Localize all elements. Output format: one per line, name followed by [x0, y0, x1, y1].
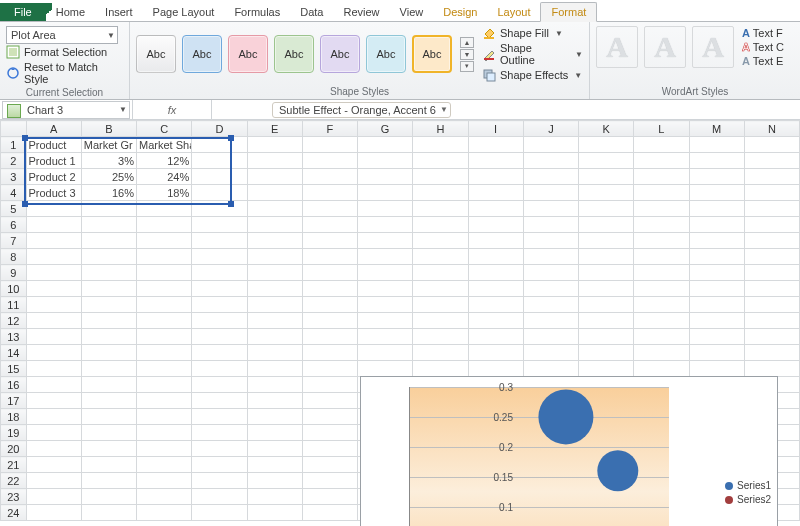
cell-C18[interactable]: [137, 409, 192, 425]
cell-D17[interactable]: [192, 393, 247, 409]
cell-C21[interactable]: [137, 457, 192, 473]
cell-B9[interactable]: [81, 265, 136, 281]
tab-format[interactable]: Format: [540, 2, 597, 22]
cell-H9[interactable]: [413, 265, 468, 281]
cell-A6[interactable]: [26, 217, 81, 233]
col-header-C[interactable]: C: [137, 121, 192, 137]
cell-I6[interactable]: [468, 217, 523, 233]
row-header-16[interactable]: 16: [1, 377, 27, 393]
cell-K10[interactable]: [579, 281, 634, 297]
cell-J3[interactable]: [523, 169, 578, 185]
cell-D12[interactable]: [192, 313, 247, 329]
cell-C5[interactable]: [137, 201, 192, 217]
shape-style-preset-6[interactable]: Abc: [366, 35, 406, 73]
cell-B12[interactable]: [81, 313, 136, 329]
cell-H1[interactable]: [413, 137, 468, 153]
row-header-17[interactable]: 17: [1, 393, 27, 409]
cell-L12[interactable]: [634, 313, 689, 329]
shape-style-preset-1[interactable]: Abc: [136, 35, 176, 73]
cell-I7[interactable]: [468, 233, 523, 249]
shape-style-preset-2[interactable]: Abc: [182, 35, 222, 73]
cell-J13[interactable]: [523, 329, 578, 345]
cell-A24[interactable]: [26, 505, 81, 521]
cell-C10[interactable]: [137, 281, 192, 297]
cell-K3[interactable]: [579, 169, 634, 185]
cell-F5[interactable]: [302, 201, 357, 217]
cell-K5[interactable]: [579, 201, 634, 217]
cell-B1[interactable]: Market Gr: [81, 137, 136, 153]
cell-L5[interactable]: [634, 201, 689, 217]
cell-E22[interactable]: [247, 473, 302, 489]
shape-style-preset-3[interactable]: Abc: [228, 35, 268, 73]
shape-fill-button[interactable]: Shape Fill ▼: [482, 26, 583, 40]
cell-G4[interactable]: [358, 185, 413, 201]
cell-C22[interactable]: [137, 473, 192, 489]
cell-D15[interactable]: [192, 361, 247, 377]
cell-J1[interactable]: [523, 137, 578, 153]
cell-H7[interactable]: [413, 233, 468, 249]
cell-N9[interactable]: [744, 265, 799, 281]
cell-L2[interactable]: [634, 153, 689, 169]
cell-J8[interactable]: [523, 249, 578, 265]
cell-A19[interactable]: [26, 425, 81, 441]
cell-H14[interactable]: [413, 345, 468, 361]
cell-M2[interactable]: [689, 153, 744, 169]
cell-H12[interactable]: [413, 313, 468, 329]
cell-M12[interactable]: [689, 313, 744, 329]
cell-A16[interactable]: [26, 377, 81, 393]
cell-D10[interactable]: [192, 281, 247, 297]
cell-B17[interactable]: [81, 393, 136, 409]
cell-A20[interactable]: [26, 441, 81, 457]
tab-layout[interactable]: Layout: [487, 3, 540, 21]
cell-B4[interactable]: 16%: [81, 185, 136, 201]
text-fill-button[interactable]: A Text F: [742, 27, 784, 39]
cell-I10[interactable]: [468, 281, 523, 297]
cell-J10[interactable]: [523, 281, 578, 297]
cell-D1[interactable]: [192, 137, 247, 153]
cell-L8[interactable]: [634, 249, 689, 265]
cell-E9[interactable]: [247, 265, 302, 281]
cell-G1[interactable]: [358, 137, 413, 153]
row-header-12[interactable]: 12: [1, 313, 27, 329]
cell-F8[interactable]: [302, 249, 357, 265]
cell-C16[interactable]: [137, 377, 192, 393]
cell-C1[interactable]: Market Share: [137, 137, 192, 153]
reset-to-match-style-button[interactable]: Reset to Match Style: [6, 60, 123, 86]
cell-F16[interactable]: [302, 377, 357, 393]
col-header-F[interactable]: F: [302, 121, 357, 137]
cell-D6[interactable]: [192, 217, 247, 233]
cell-N1[interactable]: [744, 137, 799, 153]
cell-L15[interactable]: [634, 361, 689, 377]
cell-K8[interactable]: [579, 249, 634, 265]
shape-style-gallery[interactable]: Abc Abc Abc Abc Abc Abc Abc ▲ ▼ ▾: [136, 35, 474, 73]
row-header-8[interactable]: 8: [1, 249, 27, 265]
plot-area[interactable]: [409, 387, 669, 526]
cell-F11[interactable]: [302, 297, 357, 313]
cell-D18[interactable]: [192, 409, 247, 425]
col-header-H[interactable]: H: [413, 121, 468, 137]
cell-F1[interactable]: [302, 137, 357, 153]
cell-F24[interactable]: [302, 505, 357, 521]
row-header-22[interactable]: 22: [1, 473, 27, 489]
cell-N3[interactable]: [744, 169, 799, 185]
cell-D11[interactable]: [192, 297, 247, 313]
cell-H10[interactable]: [413, 281, 468, 297]
cell-H3[interactable]: [413, 169, 468, 185]
cell-I2[interactable]: [468, 153, 523, 169]
cell-F3[interactable]: [302, 169, 357, 185]
cell-A8[interactable]: [26, 249, 81, 265]
data-bubble[interactable]: [597, 450, 638, 491]
cell-F10[interactable]: [302, 281, 357, 297]
cell-G8[interactable]: [358, 249, 413, 265]
cell-C9[interactable]: [137, 265, 192, 281]
row-header-5[interactable]: 5: [1, 201, 27, 217]
col-header-K[interactable]: K: [579, 121, 634, 137]
cell-B6[interactable]: [81, 217, 136, 233]
row-header-15[interactable]: 15: [1, 361, 27, 377]
cell-N10[interactable]: [744, 281, 799, 297]
cell-A9[interactable]: [26, 265, 81, 281]
cell-F17[interactable]: [302, 393, 357, 409]
cell-B21[interactable]: [81, 457, 136, 473]
cell-M9[interactable]: [689, 265, 744, 281]
cell-I9[interactable]: [468, 265, 523, 281]
